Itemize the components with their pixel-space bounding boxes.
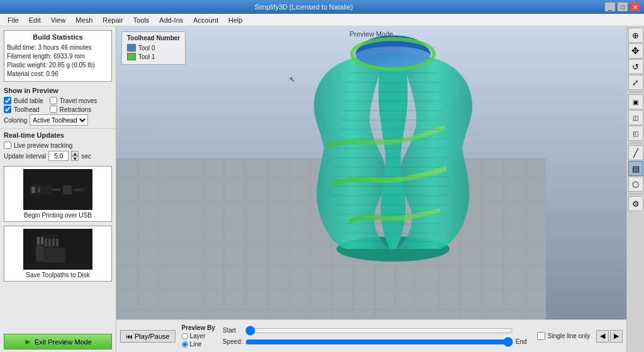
toolbar-settings-button[interactable]: ⚙ <box>628 196 643 211</box>
show-preview-section: Show in Preview Build table Travel moves… <box>0 84 116 128</box>
menu-item-tools[interactable]: Tools <box>128 15 155 25</box>
bottom-controls: ⏮ Play/Pause Preview By Layer Line Start <box>116 319 626 352</box>
preview-by-section: Preview By Layer Line <box>182 324 215 348</box>
realtime-updates-section: Real-time Updates Live preview tracking … <box>0 128 116 163</box>
speed-label: Speed: <box>223 338 243 345</box>
live-preview-label: Live preview tracking <box>14 142 72 149</box>
toolbar-line-button[interactable]: ╱ <box>628 145 643 160</box>
toolbar-side-view-button[interactable]: ◫ <box>628 110 643 125</box>
menu-item-edit[interactable]: Edit <box>24 15 46 25</box>
menu-item-repair[interactable]: Repair <box>97 15 128 25</box>
title-bar: Simplify3D (Licensed to Natalie) _ □ ✕ <box>0 0 644 14</box>
stat-line: Material cost: 0.96 <box>7 70 109 79</box>
svg-rect-2 <box>38 187 40 192</box>
play-pause-label: Play/Pause <box>135 333 170 340</box>
vase-svg <box>286 35 500 268</box>
exit-preview-button[interactable]: ► Exit Preview Mode <box>4 334 112 349</box>
cursor-indicator: ↖ <box>289 75 295 84</box>
realtime-label: Real-time Updates <box>4 131 112 139</box>
start-slider[interactable] <box>245 326 513 335</box>
toolhead-checkbox[interactable] <box>4 106 11 113</box>
thumbnails-section: Begin Printing over USB <box>0 163 116 331</box>
nav-prev-button[interactable]: ◀ <box>596 330 609 343</box>
toolbar-divider-3 <box>629 194 643 194</box>
toolbar-divider-1 <box>629 92 643 92</box>
menu-item-help[interactable]: Help <box>223 15 248 25</box>
menu-item-mesh[interactable]: Mesh <box>70 15 97 25</box>
toolhead-title: Toolhead Number <box>127 35 180 41</box>
toolbar-top-view-button[interactable]: ◰ <box>628 126 643 141</box>
speed-slider[interactable] <box>245 338 513 346</box>
start-slider-row: Start <box>223 326 530 335</box>
usb-print-thumb[interactable]: Begin Printing over USB <box>4 166 112 222</box>
travel-moves-checkbox[interactable] <box>50 97 57 104</box>
svg-rect-6 <box>82 187 87 192</box>
play-pause-icon: ⏮ <box>126 333 133 340</box>
line-radio[interactable] <box>182 341 188 348</box>
layer-radio[interactable] <box>182 333 188 339</box>
toolbar-pan-button[interactable]: ✥ <box>628 43 643 58</box>
svg-rect-15 <box>45 239 47 246</box>
play-pause-button[interactable]: ⏮ Play/Pause <box>120 330 175 343</box>
preview-by-label: Preview By <box>182 324 215 331</box>
viewport-container: Preview Mode Toolhead Number Tool 0 Tool… <box>116 26 626 352</box>
vase-object <box>286 35 500 269</box>
maximize-button[interactable]: □ <box>618 3 628 11</box>
toolbar-rotate-button[interactable]: ↺ <box>628 59 643 74</box>
build-stats-title: Build Statistics <box>7 33 109 41</box>
sd-thumb-image <box>23 229 92 270</box>
svg-rect-19 <box>43 248 65 263</box>
live-preview-checkbox[interactable] <box>4 141 11 149</box>
build-stats-box: Build Statistics Build time: 3 hours 46 … <box>4 30 112 82</box>
svg-rect-9 <box>41 237 43 245</box>
update-interval-label: Update interval <box>4 153 46 160</box>
update-interval-input[interactable] <box>48 151 69 161</box>
single-line-checkbox[interactable] <box>537 332 545 340</box>
toolbar-divider-2 <box>629 143 643 143</box>
main-layout: Build Statistics Build time: 3 hours 46 … <box>0 26 644 352</box>
spin-up-button[interactable]: ▲ <box>71 151 79 156</box>
minimize-button[interactable]: _ <box>605 3 615 11</box>
tool-0-item: Tool 0 <box>127 44 180 52</box>
toolhead-overlay: Toolhead Number Tool 0 Tool 1 <box>121 31 186 65</box>
menu-item-add-ins[interactable]: Add-Ins <box>154 15 188 25</box>
single-line-check: Single line only <box>537 332 590 340</box>
sd-card-svg <box>30 232 86 267</box>
layer-radio-row: Layer <box>182 333 215 339</box>
3d-viewport[interactable]: Preview Mode Toolhead Number Tool 0 Tool… <box>116 26 626 319</box>
toolbar-preview-button[interactable]: ▤ <box>628 161 643 176</box>
toolhead-label: Toolhead <box>14 106 40 113</box>
sd-card-thumb[interactable]: Save Toolpaths to Disk <box>4 226 112 282</box>
svg-rect-16 <box>48 239 51 246</box>
nav-next-button[interactable]: ▶ <box>610 330 623 343</box>
toolbar-pointer-button[interactable]: ⊕ <box>628 28 643 43</box>
build-table-row: Build table Travel moves <box>4 97 112 104</box>
coloring-select[interactable]: Active Toolhead Feature Type Print Speed… <box>30 114 88 126</box>
live-preview-row: Live preview tracking <box>4 141 112 149</box>
spin-buttons: ▲ ▼ <box>71 151 79 161</box>
build-table-checkbox[interactable] <box>4 97 11 104</box>
menu-item-view[interactable]: View <box>46 15 71 25</box>
nav-arrows: ◀ ▶ <box>596 330 623 343</box>
start-label: Start <box>223 327 243 334</box>
cursor-arrow: ↖ <box>289 75 295 83</box>
usb-print-label: Begin Printing over USB <box>24 212 92 219</box>
build-stats-lines: Build time: 3 hours 46 minutesFilament l… <box>7 43 109 79</box>
line-radio-label: Line <box>190 341 202 348</box>
menu-item-account[interactable]: Account <box>188 15 223 25</box>
close-button[interactable]: ✕ <box>630 3 640 11</box>
toolbar-front-view-button[interactable]: ▣ <box>628 94 643 109</box>
toolhead-row: Toolhead Retractions <box>4 106 112 113</box>
usb-cable-svg <box>26 172 89 207</box>
spin-down-button[interactable]: ▼ <box>71 156 79 161</box>
tool-1-label: Tool 1 <box>138 53 155 60</box>
toolbar-clip-button[interactable]: ⬡ <box>628 177 643 192</box>
retractions-checkbox[interactable] <box>50 106 57 113</box>
single-line-label: Single line only <box>548 333 590 339</box>
travel-moves-label: Travel moves <box>60 97 97 104</box>
toolbar-zoom-button[interactable]: ⤢ <box>628 75 643 90</box>
tool-1-color <box>127 53 136 60</box>
update-interval-row: Update interval ▲ ▼ sec <box>4 151 112 161</box>
menu-item-file[interactable]: File <box>3 15 24 25</box>
menu-bar: FileEditViewMeshRepairToolsAdd-InsAccoun… <box>0 14 644 26</box>
